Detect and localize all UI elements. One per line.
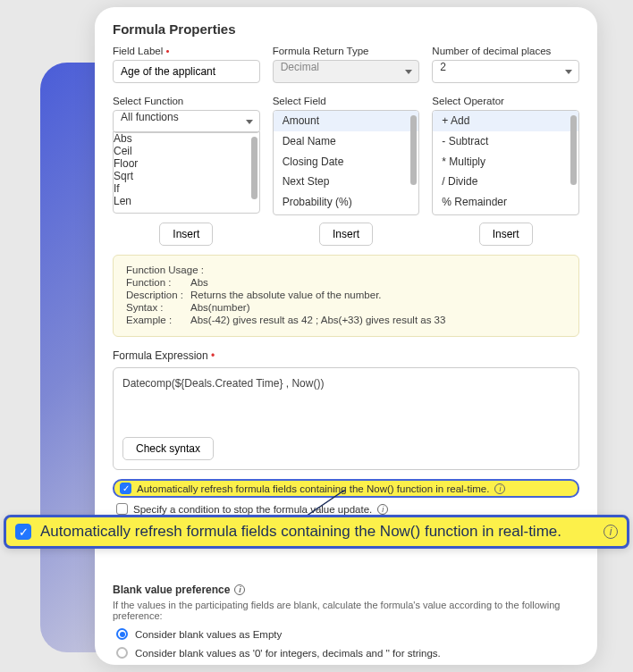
- field-listbox[interactable]: Amount Deal Name Closing Date Next Step …: [273, 110, 420, 215]
- insert-field-button[interactable]: Insert: [319, 223, 373, 246]
- list-item[interactable]: - Subtract: [433, 131, 578, 152]
- scrollbar-thumb[interactable]: [251, 137, 257, 199]
- list-item[interactable]: Ceil: [114, 145, 259, 157]
- list-item[interactable]: * Multiply: [433, 152, 578, 172]
- list-item[interactable]: Amount: [274, 111, 419, 131]
- list-item[interactable]: Next Step: [274, 172, 419, 192]
- checkbox-icon[interactable]: [116, 503, 128, 515]
- insert-function-button[interactable]: Insert: [159, 223, 213, 246]
- info-icon[interactable]: [377, 504, 388, 515]
- list-item[interactable]: Expected Revenue: [274, 213, 419, 215]
- scrollbar-thumb[interactable]: [570, 115, 577, 185]
- info-icon[interactable]: [494, 483, 505, 494]
- list-item[interactable]: Deal Name: [274, 131, 419, 152]
- function-category-select[interactable]: All functions: [113, 110, 260, 133]
- list-item[interactable]: Len: [114, 195, 259, 207]
- blank-preference-desc: If the values in the participating field…: [113, 600, 579, 621]
- scrollbar-thumb[interactable]: [410, 115, 417, 185]
- radio-blank-zero[interactable]: Consider blank values as '0' for integer…: [116, 647, 579, 659]
- info-icon: [603, 525, 618, 539]
- operator-listbox[interactable]: + Add - Subtract * Multiply / Divide % R…: [432, 110, 579, 215]
- field-label-lbl: Field Label: [113, 46, 260, 56]
- checkbox-icon[interactable]: [120, 483, 131, 494]
- field-label-input[interactable]: [113, 60, 260, 83]
- insert-operator-button[interactable]: Insert: [479, 223, 533, 246]
- panel-title: Formula Properties: [113, 21, 579, 37]
- blank-preference-lbl: Blank value preference: [113, 584, 579, 596]
- list-item[interactable]: Sqrt: [114, 170, 259, 182]
- list-item[interactable]: Floor: [114, 157, 259, 170]
- select-function-lbl: Select Function: [113, 96, 260, 106]
- option-auto-refresh[interactable]: Automatically refresh formula fields con…: [113, 479, 579, 498]
- list-item[interactable]: If: [114, 182, 259, 195]
- select-field-lbl: Select Field: [273, 96, 420, 106]
- list-item[interactable]: Closing Date: [274, 152, 419, 172]
- list-item[interactable]: Probability (%): [274, 192, 419, 213]
- list-item[interactable]: + Add: [433, 111, 578, 131]
- radio-icon[interactable]: [116, 647, 128, 659]
- radio-icon[interactable]: [116, 628, 128, 640]
- highlight-callout: Automatically refresh formula fields con…: [4, 515, 629, 549]
- list-item[interactable]: / Divide: [433, 172, 578, 192]
- function-usage-box: Function Usage : FunctionAbs Description…: [113, 255, 579, 337]
- radio-blank-empty[interactable]: Consider blank values as Empty: [116, 628, 579, 640]
- select-operator-lbl: Select Operator: [432, 96, 579, 106]
- function-listbox[interactable]: Abs Ceil Floor Sqrt If Len: [113, 131, 260, 214]
- expression-lbl: Formula Expression: [113, 349, 579, 362]
- decimal-select[interactable]: 2: [432, 60, 579, 83]
- return-type-select[interactable]: Decimal: [273, 60, 420, 83]
- check-syntax-button[interactable]: Check syntax: [122, 437, 214, 460]
- info-icon[interactable]: [234, 584, 245, 595]
- expression-textarea[interactable]: [122, 377, 570, 434]
- list-item[interactable]: Abs: [114, 132, 259, 145]
- checkbox-icon: [15, 524, 31, 540]
- formula-properties-panel: Formula Properties Field Label Formula R…: [95, 7, 597, 665]
- return-type-lbl: Formula Return Type: [273, 46, 420, 56]
- decimal-lbl: Number of decimal places: [432, 46, 579, 56]
- list-item[interactable]: ^ Exponentiation: [433, 213, 578, 215]
- list-item[interactable]: % Remainder: [433, 192, 578, 213]
